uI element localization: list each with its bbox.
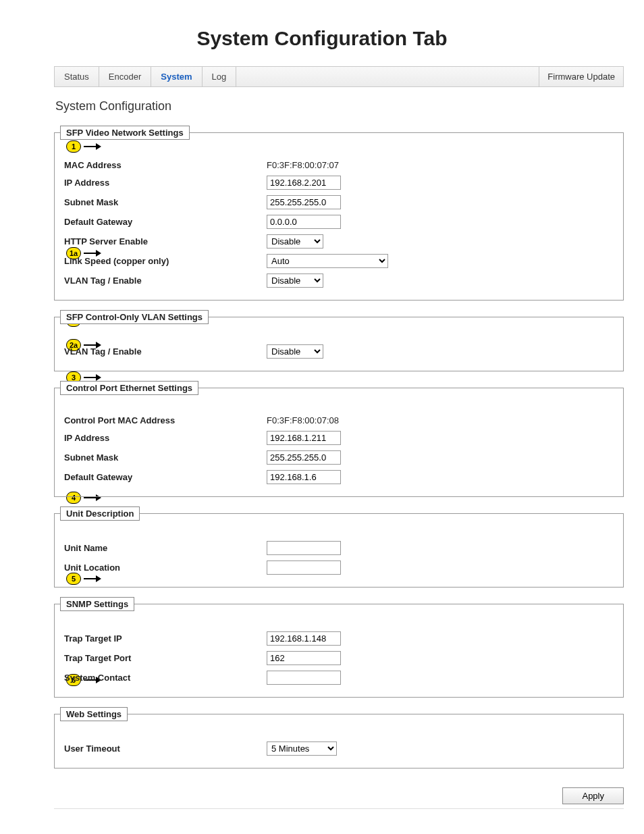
input-sfp-ip[interactable] — [267, 176, 341, 190]
label-cp-mac: Control Port MAC Address — [64, 415, 267, 425]
label-trap-ip: Trap Target IP — [64, 633, 267, 644]
section-sfp-control-vlan: SFP Control-Only VLAN Settings VLAN Tag … — [54, 317, 624, 371]
input-cp-subnet[interactable] — [267, 450, 341, 465]
tab-status[interactable]: Status — [55, 67, 99, 86]
config-screenshot: 1 1a 2 2a 3 4 5 6 Status Encoder System … — [54, 66, 624, 809]
tab-encoder[interactable]: Encoder — [99, 67, 151, 86]
select-user-timeout[interactable]: 5 Minutes — [267, 741, 337, 756]
label-subnet: Subnet Mask — [64, 197, 267, 207]
value-cp-mac: F0:3F:F8:00:07:08 — [267, 415, 614, 425]
section-control-port: Control Port Ethernet Settings Control P… — [54, 388, 624, 497]
input-cp-ip[interactable] — [267, 431, 341, 445]
input-trap-ip[interactable] — [267, 631, 341, 646]
label-user-timeout: User Timeout — [64, 744, 267, 754]
label-cp-subnet: Subnet Mask — [64, 452, 267, 463]
legend-snmp: SNMP Settings — [60, 597, 134, 611]
tab-log[interactable]: Log — [203, 67, 237, 86]
select-link-speed[interactable]: Auto — [267, 254, 388, 268]
label-ip: IP Address — [64, 178, 267, 188]
label-sys-contact: System Contact — [64, 673, 267, 683]
firmware-update-link[interactable]: Firmware Update — [539, 67, 623, 86]
tab-spacer — [236, 67, 539, 86]
input-sfp-subnet[interactable] — [267, 195, 341, 209]
page-title: System Configuration Tab — [20, 27, 624, 50]
legend-control-port: Control Port Ethernet Settings — [60, 381, 198, 395]
apply-button[interactable]: Apply — [562, 787, 624, 804]
label-gw: Default Gateway — [64, 217, 267, 227]
select-sfp-vlan[interactable]: Disable — [267, 273, 323, 288]
label-http: HTTP Server Enable — [64, 236, 267, 246]
section-unit-description: Unit Description Unit Name Unit Location — [54, 513, 624, 588]
value-mac: F0:3F:F8:00:07:07 — [267, 160, 614, 170]
input-trap-port[interactable] — [267, 651, 341, 665]
label-cp-gw: Default Gateway — [64, 472, 267, 482]
label-unit-name: Unit Name — [64, 543, 267, 553]
label-ctrl-vlan: VLAN Tag / Enable — [64, 346, 267, 357]
tab-bar: Status Encoder System Log Firmware Updat… — [54, 66, 624, 87]
legend-sfp-control-vlan: SFP Control-Only VLAN Settings — [60, 310, 209, 324]
label-unit-location: Unit Location — [64, 563, 267, 573]
section-snmp: SNMP Settings Trap Target IP Trap Target… — [54, 604, 624, 698]
tab-system[interactable]: System — [151, 67, 202, 86]
label-vlan: VLAN Tag / Enable — [64, 276, 267, 286]
input-sfp-gateway[interactable] — [267, 215, 341, 229]
section-sfp-video: SFP Video Network Settings MAC AddressF0… — [54, 132, 624, 301]
page-subtitle: System Configuration — [55, 99, 624, 113]
section-web-settings: Web Settings User Timeout5 Minutes — [54, 714, 624, 768]
label-linkspeed: Link Speed (copper only) — [64, 256, 267, 266]
select-http-enable[interactable]: Disable — [267, 234, 323, 249]
apply-bar: Apply — [54, 785, 624, 804]
select-ctrl-vlan[interactable]: Disable — [267, 344, 323, 359]
input-sys-contact[interactable] — [267, 671, 341, 685]
legend-sfp-video: SFP Video Network Settings — [60, 126, 190, 140]
legend-unit-description: Unit Description — [60, 506, 140, 521]
input-unit-name[interactable] — [267, 541, 341, 555]
label-mac: MAC Address — [64, 160, 267, 170]
label-cp-ip: IP Address — [64, 433, 267, 443]
legend-web-settings: Web Settings — [60, 707, 128, 721]
input-cp-gateway[interactable] — [267, 470, 341, 484]
label-trap-port: Trap Target Port — [64, 653, 267, 663]
input-unit-location[interactable] — [267, 561, 341, 575]
